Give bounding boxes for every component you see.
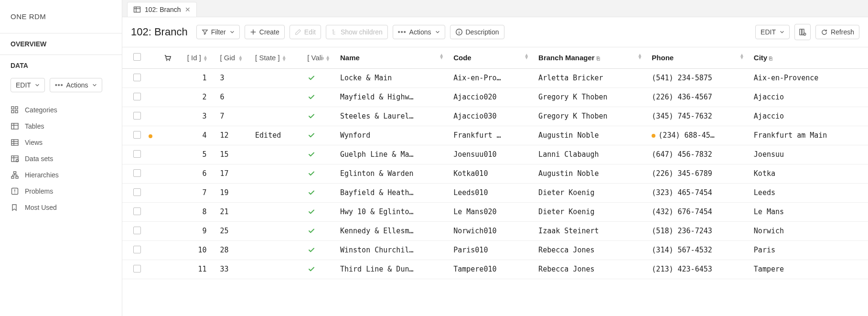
cell-gid: 6 (215, 87, 251, 107)
row-checkbox[interactable] (133, 188, 141, 196)
cell-phone: (226) 345-6789 (647, 164, 749, 183)
row-cart-cell[interactable] (159, 68, 182, 87)
cell-gid: 12 (215, 126, 251, 145)
cart-icon (163, 54, 178, 62)
sidebar-item-label: Most Used (25, 204, 57, 211)
header-name[interactable]: Name▲▼ (335, 47, 449, 68)
svg-rect-4 (11, 123, 18, 129)
sidebar-section-overview[interactable]: OVERVIEW (0, 33, 122, 54)
sidebar-item-mostused[interactable]: Most Used (4, 199, 118, 216)
header-gid[interactable]: [ Gid ]▲▼ (215, 47, 251, 68)
sidebar-edit-dropdown[interactable]: EDIT (11, 78, 45, 92)
row-checkbox[interactable] (133, 74, 141, 81)
sidebar-item-label: Categories (25, 106, 57, 114)
table-icon (133, 6, 141, 13)
table-row[interactable]: 412EditedWynfordFrankfurt …Augustin Nobl… (122, 126, 868, 145)
cell-phone: (541) 234-5875 (647, 68, 749, 87)
cell-gid: 17 (215, 164, 251, 183)
sidebar-item-views[interactable]: Views (4, 134, 118, 151)
cell-manager: Lanni Clabaugh (534, 145, 647, 164)
row-checkbox[interactable] (133, 169, 141, 177)
tables-icon (11, 122, 20, 131)
brand-title: ONE RDM (0, 0, 122, 33)
row-cart-cell[interactable] (159, 183, 182, 202)
select-all-checkbox[interactable] (133, 53, 141, 61)
cell-id: 1 (182, 68, 215, 87)
table-row[interactable]: 925Kennedy & Ellesm…Norwich010Izaak Stei… (122, 221, 868, 240)
edit-mode-label: EDIT (761, 28, 776, 36)
toolbar: 102: Branch Filter Create Edit Show chil… (122, 17, 868, 47)
row-cart-cell[interactable] (159, 107, 182, 126)
header-manager[interactable]: Branch Manager⎘▲▼ (534, 47, 647, 68)
table-row[interactable]: 617Eglinton & WardenKotka010Augustin Nob… (122, 164, 868, 183)
row-checkbox[interactable] (133, 112, 141, 120)
row-checkbox[interactable] (133, 150, 141, 158)
row-cart-cell[interactable] (159, 164, 182, 183)
sidebar-item-datasets[interactable]: Data sets (4, 151, 118, 167)
actions-dropdown[interactable]: ••• Actions (393, 25, 445, 39)
table-row[interactable]: 26Mayfield & Highw…Ajaccio020Gregory K T… (122, 87, 868, 107)
table-row[interactable]: 821Hwy 10 & Eglinto…Le Mans020Dieter Koe… (122, 202, 868, 221)
columns-config-button[interactable] (794, 24, 811, 40)
row-modified-indicator (149, 183, 159, 202)
header-cart[interactable] (159, 47, 182, 68)
pencil-icon (295, 29, 301, 35)
cell-state (250, 87, 302, 107)
chevron-down-icon (230, 30, 235, 34)
row-cart-cell[interactable] (159, 126, 182, 145)
table-row[interactable]: 1133Third Line & Dun…Tampere010Rebecca J… (122, 260, 868, 279)
dots-icon: ••• (55, 81, 64, 89)
sidebar-nav: CategoriesTablesViewsData setsHierarchie… (0, 99, 122, 218)
table-row[interactable]: 1028Winston Churchil…Paris010Rebecca Jon… (122, 240, 868, 260)
cell-name: Locke & Main (335, 68, 449, 87)
header-state[interactable]: [ State ]▲▼ (250, 47, 302, 68)
sidebar-item-tables[interactable]: Tables (4, 118, 118, 134)
filter-icon (202, 29, 208, 35)
sidebar-item-hierarchies[interactable]: Hierarchies (4, 167, 118, 183)
header-city[interactable]: City⎘ (749, 47, 868, 68)
row-cart-cell[interactable] (159, 221, 182, 240)
tab-branch[interactable]: 102: Branch ✕ (127, 2, 197, 17)
filter-label: Filter (211, 28, 226, 36)
row-cart-cell[interactable] (159, 87, 182, 107)
row-checkbox[interactable] (133, 93, 141, 100)
table-row[interactable]: 515Guelph Line & Ma…Joensuu010Lanni Clab… (122, 145, 868, 164)
row-checkbox[interactable] (133, 246, 141, 253)
sidebar-item-problems[interactable]: Problems (4, 183, 118, 199)
header-id[interactable]: [ Id ]▲▼ (182, 47, 215, 68)
row-cart-cell[interactable] (159, 260, 182, 279)
row-cart-cell[interactable] (159, 202, 182, 221)
sidebar-actions-dropdown[interactable]: ••• Actions (50, 78, 102, 92)
header-code[interactable]: Code▲▼ (449, 47, 534, 68)
cell-code: Joensuu010 (449, 145, 534, 164)
cell-city: Kotka (749, 164, 868, 183)
categories-icon (11, 106, 20, 114)
create-button[interactable]: Create (245, 25, 285, 39)
header-select-all[interactable] (122, 47, 149, 68)
description-button[interactable]: Description (450, 25, 504, 39)
header-valid[interactable]: [ Valid ]▲▼ (302, 47, 335, 68)
row-checkbox[interactable] (133, 131, 141, 139)
data-table-wrap[interactable]: [ Id ]▲▼ [ Gid ]▲▼ [ State ]▲▼ [ Valid ]… (122, 47, 868, 316)
row-modified-indicator (149, 145, 159, 164)
sidebar-item-categories[interactable]: Categories (4, 102, 118, 118)
table-row[interactable]: 37Steeles & Laurel…Ajaccio030Gregory K T… (122, 107, 868, 126)
cell-id: 8 (182, 202, 215, 221)
edit-mode-dropdown[interactable]: EDIT (755, 25, 790, 39)
main-area: 102: Branch ✕ 102: Branch Filter Create … (122, 0, 868, 316)
row-checkbox[interactable] (133, 207, 141, 215)
cell-id: 9 (182, 221, 215, 240)
row-checkbox[interactable] (133, 227, 141, 234)
close-icon[interactable]: ✕ (185, 6, 191, 13)
cell-code: Paris010 (449, 240, 534, 260)
refresh-button[interactable]: Refresh (815, 25, 859, 39)
row-cart-cell[interactable] (159, 145, 182, 164)
row-checkbox[interactable] (133, 265, 141, 272)
datasets-icon (11, 154, 20, 163)
table-row[interactable]: 719Bayfield & Heath…Leeds010Dieter Koeni… (122, 183, 868, 202)
header-phone[interactable]: Phone▲▼ (647, 47, 749, 68)
row-cart-cell[interactable] (159, 240, 182, 260)
cell-code: Tampere010 (449, 260, 534, 279)
table-row[interactable]: 13Locke & MainAix-en-Pro…Arletta Bricker… (122, 68, 868, 87)
filter-button[interactable]: Filter (196, 25, 240, 39)
